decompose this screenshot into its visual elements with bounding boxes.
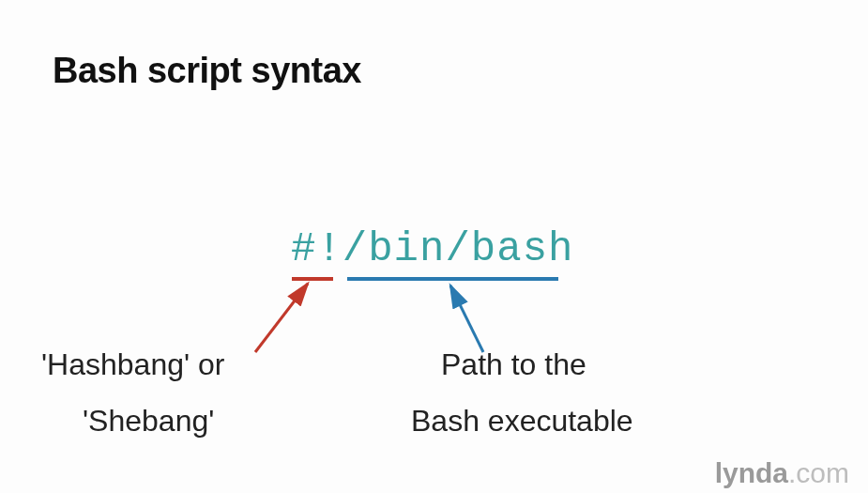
path-token: /bin/bash [343,225,574,272]
brand-name: lynda [715,457,788,488]
label-hashbang-line1: 'Hashbang' or [41,347,224,382]
shebang-token: #! [291,225,343,272]
arrow-right [450,285,483,352]
shebang-line: #!/bin/bash [291,225,573,272]
brand-suffix: .com [788,457,849,488]
slide-title: Bash script syntax [53,51,361,91]
underline-path [347,277,558,281]
arrow-left [255,284,308,352]
label-path-line1: Path to the [441,347,586,382]
label-path-line2: Bash executable [411,404,633,439]
underline-shebang [292,277,333,281]
label-hashbang-line2: 'Shebang' [83,404,214,439]
brand-watermark: lynda.com [715,457,849,489]
